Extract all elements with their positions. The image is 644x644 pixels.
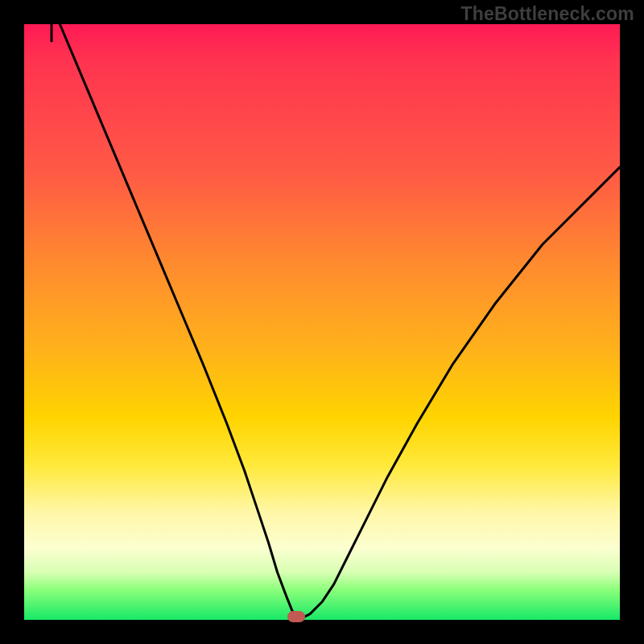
optimal-marker [287,611,305,622]
bottleneck-curve [24,24,620,620]
watermark-text: TheBottleneck.com [460,3,634,25]
chart-frame: TheBottleneck.com [0,0,644,644]
